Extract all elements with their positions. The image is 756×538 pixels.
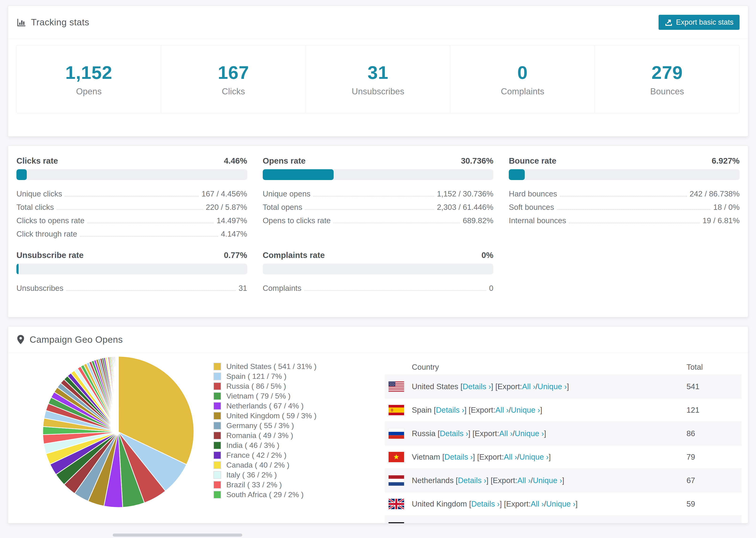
details-link-netherlands[interactable]: Details › [458, 476, 486, 485]
rate-card-unsubscribe-rate: Unsubscribe rate0.77%Unsubscribes31 [17, 250, 247, 295]
dotted-leader [560, 196, 687, 196]
export-unique-link-russia[interactable]: Unique › [514, 429, 544, 438]
table-row-united-states: United States [Details ›] [Export: All ›… [385, 375, 742, 398]
geo-header: Campaign Geo Opens [8, 327, 748, 353]
export-unique-link-united-states[interactable]: Unique › [538, 382, 567, 391]
cell-total-netherlands: 67 [686, 476, 742, 485]
detail-value: 242 / 86.738% [689, 189, 739, 198]
legend-item-russia: Russia ( 86 / 5% ) [213, 381, 346, 391]
country-name: Vietnam [412, 453, 442, 461]
details-link-spain[interactable]: Details › [436, 405, 464, 414]
export-all-link-russia[interactable]: All › [499, 429, 513, 438]
legend-item-france: France ( 42 / 2% ) [213, 450, 346, 460]
cell-total-germany: 55 [686, 523, 742, 524]
stat-label-complaints: Complaints [501, 86, 544, 96]
detail-rows-unsubscribe-rate: Unsubscribes31 [17, 282, 247, 295]
export-all-link-germany[interactable]: All › [507, 523, 521, 524]
tracking-stats-header: Tracking stats Export basic stats [8, 6, 748, 39]
export-all-link-netherlands[interactable]: All › [517, 476, 531, 485]
legend-swatch-united-states [213, 363, 221, 370]
export-all-link-spain[interactable]: All › [495, 405, 509, 414]
legend-label: Russia ( 86 / 5% ) [226, 382, 286, 391]
cell-country-germany: Germany [Details ›] [Export: All › / Uni… [385, 522, 686, 524]
details-link-united-states[interactable]: Details › [462, 382, 491, 391]
rate-title-clicks-rate: Clicks rate [17, 156, 58, 166]
stat-label-unsubscribes: Unsubscribes [352, 86, 404, 96]
legend-label: United Kingdom ( 59 / 3% ) [226, 411, 316, 420]
cell-country-netherlands: Netherlands [Details ›] [Export: All › /… [385, 475, 686, 486]
export-unique-link-united-kingdom[interactable]: Unique › [546, 500, 575, 509]
progress-fill-bounce-rate [509, 169, 525, 180]
stat-cell-unsubscribes: 31Unsubscribes [306, 45, 450, 113]
legend-label: Brazil ( 33 / 2% ) [226, 480, 282, 489]
detail-label: Opens to clicks rate [263, 216, 331, 225]
export-unique-link-spain[interactable]: Unique › [511, 405, 540, 414]
cell-total-united-states: 541 [686, 382, 742, 391]
dotted-leader [65, 196, 199, 196]
details-link-united-kingdom[interactable]: Details › [471, 500, 500, 509]
detail-label: Click through rate [17, 230, 77, 239]
legend-item-germany: Germany ( 55 / 3% ) [213, 421, 346, 430]
table-row-germany: Germany [Details ›] [Export: All › / Uni… [385, 515, 742, 523]
legend-label: Romania ( 49 / 3% ) [226, 431, 293, 440]
progress-track-opens-rate [263, 169, 494, 180]
export-all-link-vietnam[interactable]: All › [504, 453, 517, 461]
stat-value-unsubscribes: 31 [368, 62, 389, 83]
geo-table-body: United States [Details ›] [Export: All ›… [385, 375, 742, 523]
detail-label: Complaints [263, 284, 301, 293]
export-unique-link-vietnam[interactable]: Unique › [519, 453, 549, 461]
horizontal-scrollbar-thumb[interactable] [113, 534, 242, 537]
legend-swatch-vietnam [213, 392, 221, 400]
export-basic-stats-button[interactable]: Export basic stats [659, 15, 739, 30]
legend-label: Italy ( 36 / 2% ) [226, 471, 277, 479]
stat-value-bounces: 279 [652, 62, 683, 83]
detail-row-clicks-to-opens-rate: Clicks to opens rate14.497% [17, 214, 247, 227]
rate-card-complaints-rate: Complaints rate0%Complaints0 [263, 250, 494, 295]
details-link-germany[interactable]: Details › [448, 523, 476, 524]
stat-label-opens: Opens [76, 86, 102, 96]
export-all-link-united-kingdom[interactable]: All › [531, 500, 544, 509]
tracking-stats-panel: Tracking stats Export basic stats 1,152O… [8, 6, 748, 136]
detail-label: Hard bounces [509, 189, 557, 198]
rate-title-complaints-rate: Complaints rate [263, 250, 325, 260]
details-link-russia[interactable]: Details › [440, 429, 468, 438]
cell-country-russia: Russia [Details ›] [Export: All › / Uniq… [385, 428, 686, 439]
legend-item-vietnam: Vietnam ( 79 / 5% ) [213, 391, 346, 401]
legend-item-netherlands: Netherlands ( 67 / 4% ) [213, 401, 346, 411]
legend-item-spain: Spain ( 121 / 7% ) [213, 371, 346, 381]
details-link-vietnam[interactable]: Details › [445, 453, 473, 461]
rate-card-opens-rate: Opens rate30.736%Unique opens1,152 / 30.… [263, 156, 494, 241]
progress-fill-opens-rate [263, 169, 334, 180]
legend-label: Germany ( 55 / 3% ) [226, 421, 294, 430]
geo-table-header: Country Total [385, 360, 742, 375]
legend-swatch-canada [213, 461, 221, 469]
stat-label-clicks: Clicks [222, 86, 245, 96]
detail-value: 4.147% [221, 230, 247, 239]
country-name: Spain [412, 405, 434, 414]
rate-title-opens-rate: Opens rate [263, 156, 306, 166]
export-unique-link-netherlands[interactable]: Unique › [533, 476, 562, 485]
legend-item-canada: Canada ( 40 / 2% ) [213, 460, 346, 470]
cell-country-spain: Spain [Details ›] [Export: All › / Uniqu… [385, 405, 686, 415]
detail-label: Internal bounces [509, 216, 566, 225]
legend-label: Vietnam ( 79 / 5% ) [226, 392, 291, 401]
country-name: Russia [412, 429, 438, 438]
detail-row-opens-to-clicks-rate: Opens to clicks rate689.82% [263, 214, 494, 227]
detail-row-hard-bounces: Hard bounces242 / 86.738% [509, 187, 739, 200]
progress-fill-clicks-rate [17, 169, 27, 180]
detail-label: Clicks to opens rate [17, 216, 84, 225]
legend-swatch-russia [213, 382, 221, 390]
detail-label: Total opens [263, 203, 302, 212]
rate-card-head-clicks-rate: Clicks rate4.46% [17, 156, 247, 166]
export-unique-link-germany[interactable]: Unique › [523, 523, 552, 524]
dotted-leader [305, 209, 434, 210]
detail-row-unsubscribes: Unsubscribes31 [17, 282, 247, 295]
detail-row-complaints: Complaints0 [263, 282, 494, 295]
pie-slice-other-53[interactable] [118, 356, 118, 432]
export-all-link-united-states[interactable]: All › [522, 382, 536, 391]
dotted-leader [313, 196, 434, 196]
detail-row-unique-clicks: Unique clicks167 / 4.456% [17, 187, 247, 200]
cell-country-united-kingdom: United Kingdom [Details ›] [Export: All … [385, 499, 686, 509]
geo-content: United States ( 541 / 31% )Spain ( 121 /… [8, 353, 748, 523]
detail-row-total-opens: Total opens2,303 / 61.446% [263, 200, 494, 214]
